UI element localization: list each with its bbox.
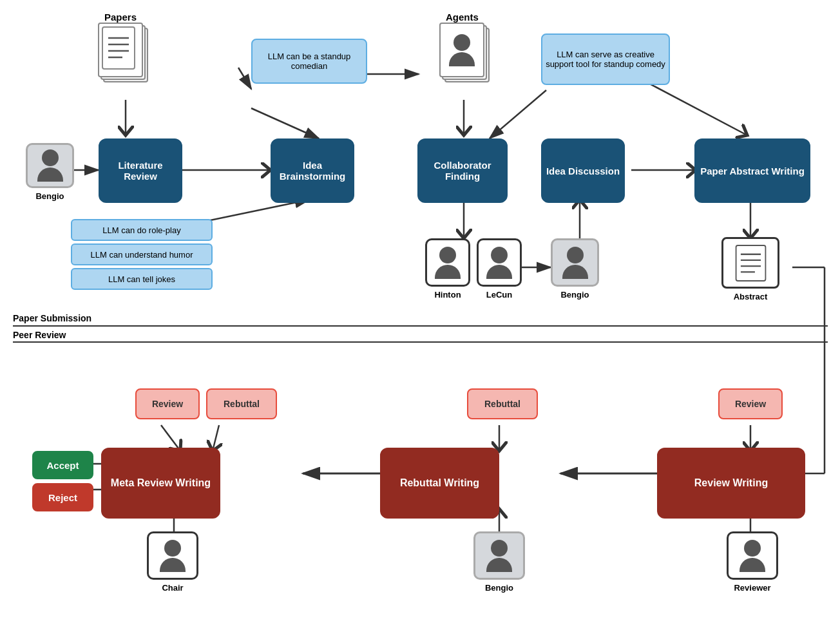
meta-review-writing-box: Meta Review Writing (101, 448, 220, 519)
papers-label: Papers (104, 12, 137, 23)
svg-line-21 (161, 425, 180, 451)
rebuttal-top-mid: Rebuttal (467, 388, 538, 419)
review-writing-box: Review Writing (657, 448, 805, 519)
llm-comedian-box: LLM can be a standup comedian (251, 39, 367, 84)
rebuttal-writing-box: Rebuttal Writing (380, 448, 499, 519)
reject-button[interactable]: Reject (32, 483, 93, 511)
paper-submission-label: Paper Submission (13, 313, 91, 323)
hinton-person: Hinton (425, 238, 470, 300)
svg-rect-31 (102, 27, 135, 69)
review-top-right: Review (718, 388, 783, 419)
llm-creative-box: LLM can serve as creative support tool f… (541, 33, 670, 85)
svg-line-8 (490, 90, 546, 138)
chair-person: Chair (147, 531, 198, 593)
collaborator-finding-box: Collaborator Finding (417, 138, 508, 203)
svg-line-22 (213, 425, 219, 451)
review-label-left: Review (135, 388, 200, 419)
bengio-bottom-person: Bengio (473, 531, 525, 593)
lecun-person: LeCun (477, 238, 522, 300)
paper-abstract-writing-box: Paper Abstract Writing (694, 138, 810, 203)
svg-line-5 (251, 108, 319, 138)
divider-peer-review (13, 341, 828, 343)
peer-review-label: Peer Review (13, 330, 66, 340)
reviewer-person: Reviewer (727, 531, 778, 593)
diagram: Papers Agents LLM can be a (0, 0, 840, 639)
idea-discussion-box: Idea Discussion (541, 138, 625, 203)
bengio-top: Bengio (26, 143, 74, 201)
llm-capabilities-list: LLM can do role-play LLM can understand … (71, 219, 213, 290)
agents-label: Agents (446, 12, 479, 23)
accept-button[interactable]: Accept (32, 451, 93, 479)
divider-paper-submission (13, 325, 828, 327)
literature-review-box: Literature Review (99, 138, 182, 203)
abstract-doc: Abstract (721, 237, 779, 301)
svg-rect-36 (736, 245, 765, 281)
idea-brainstorming-box: Idea Brainstorming (271, 138, 354, 203)
svg-line-6 (238, 68, 251, 89)
arrows-svg (0, 0, 840, 639)
bengio-mid-person: Bengio (551, 238, 599, 300)
rebuttal-label-left: Rebuttal (206, 388, 277, 419)
